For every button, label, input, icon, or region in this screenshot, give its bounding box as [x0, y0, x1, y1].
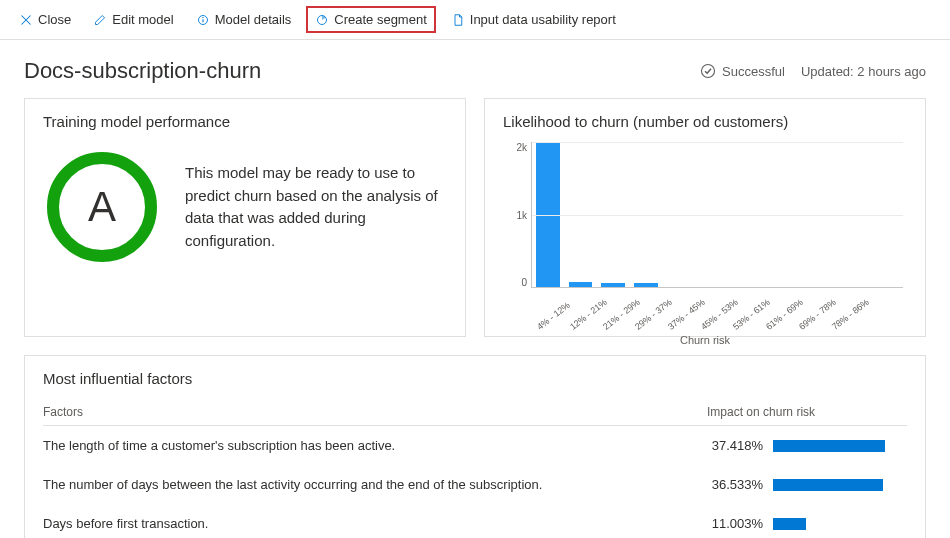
status-badge: Successful [700, 63, 785, 79]
performance-card: Training model performance A This model … [24, 98, 466, 337]
chart-bar [634, 283, 658, 287]
impact-value: 36.533% [707, 477, 763, 492]
x-tick: 69% - 78% [797, 309, 822, 331]
x-tick: 12% - 21% [568, 309, 593, 331]
factor-row: Days before first transaction.11.003% [43, 504, 907, 538]
toolbar-label: Model details [215, 12, 292, 27]
grade-letter: A [88, 183, 116, 231]
x-tick: 4% - 12% [535, 309, 560, 331]
grade-ring: A [47, 152, 157, 262]
updated-text: Updated: 2 hours ago [801, 64, 926, 79]
y-tick: 1k [516, 210, 527, 221]
x-axis: 4% - 12%12% - 21%21% - 29%29% - 37%37% -… [531, 318, 903, 328]
svg-point-4 [702, 65, 715, 78]
y-axis: 2k 1k 0 [503, 142, 527, 288]
impact-bar [773, 518, 806, 530]
col-impact: Impact on churn risk [707, 405, 907, 419]
factor-row: The length of time a customer's subscrip… [43, 426, 907, 465]
y-tick: 0 [521, 277, 527, 288]
close-button[interactable]: Close [12, 8, 78, 31]
performance-summary: This model may be ready to use to predic… [185, 162, 443, 252]
x-tick: 45% - 53% [699, 309, 724, 331]
x-tick: 78% - 86% [830, 309, 855, 331]
chart-bar [601, 283, 625, 287]
bar-chart: 2k 1k 0 4% - 12%12% - 21%21% - 29%29% - … [503, 142, 907, 322]
usability-report-button[interactable]: Input data usability report [444, 8, 623, 31]
card-title: Training model performance [43, 113, 447, 130]
x-tick: 61% - 69% [764, 309, 789, 331]
segment-icon [315, 13, 329, 27]
churn-chart-card: Likelihood to churn (number od customers… [484, 98, 926, 337]
toolbar: Close Edit model Model details Create se… [0, 0, 950, 40]
y-tick: 2k [516, 142, 527, 153]
x-axis-label: Churn risk [503, 334, 907, 346]
status-text: Successful [722, 64, 785, 79]
pencil-icon [93, 13, 107, 27]
x-tick: 53% - 61% [731, 309, 756, 331]
factor-row: The number of days between the last acti… [43, 465, 907, 504]
toolbar-label: Edit model [112, 12, 173, 27]
x-tick: 21% - 29% [601, 309, 626, 331]
factor-label: Days before first transaction. [43, 516, 208, 531]
factor-label: The length of time a customer's subscrip… [43, 438, 395, 453]
close-icon [19, 13, 33, 27]
impact-value: 37.418% [707, 438, 763, 453]
toolbar-label: Close [38, 12, 71, 27]
checkmark-icon [700, 63, 716, 79]
chart-plot [531, 142, 903, 288]
create-segment-button[interactable]: Create segment [306, 6, 436, 33]
impact-bar [773, 440, 885, 452]
col-factor: Factors [43, 405, 83, 419]
chart-bar [569, 282, 593, 287]
impact-bar [773, 479, 883, 491]
card-title: Likelihood to churn (number od customers… [503, 113, 907, 130]
model-details-button[interactable]: Model details [189, 8, 299, 31]
header-status-area: Successful Updated: 2 hours ago [700, 63, 926, 79]
toolbar-label: Input data usability report [470, 12, 616, 27]
page-title: Docs-subscription-churn [24, 58, 261, 84]
x-tick: 29% - 37% [633, 309, 658, 331]
factors-table-header: Factors Impact on churn risk [43, 405, 907, 426]
edit-model-button[interactable]: Edit model [86, 8, 180, 31]
info-icon [196, 13, 210, 27]
card-title: Most influential factors [43, 370, 907, 387]
svg-point-2 [202, 16, 203, 17]
impact-value: 11.003% [707, 516, 763, 531]
page-header: Docs-subscription-churn Successful Updat… [0, 40, 950, 98]
document-icon [451, 13, 465, 27]
toolbar-label: Create segment [334, 12, 427, 27]
factors-card: Most influential factors Factors Impact … [24, 355, 926, 538]
factor-label: The number of days between the last acti… [43, 477, 542, 492]
x-tick: 37% - 45% [666, 309, 691, 331]
